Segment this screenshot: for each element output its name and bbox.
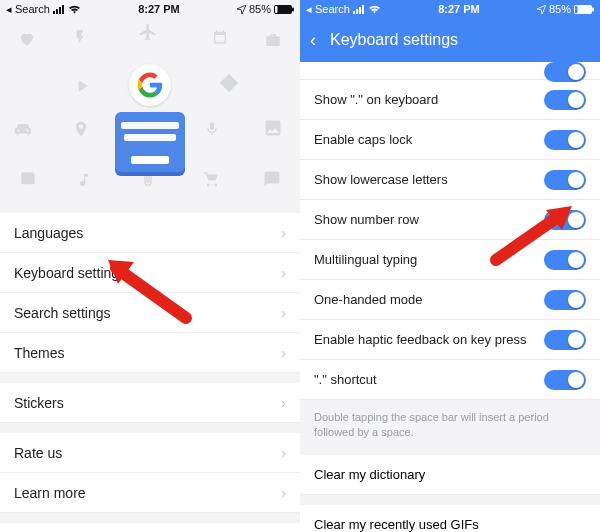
location-icon (537, 5, 546, 14)
heart-icon (18, 30, 36, 48)
clock: 8:27 PM (438, 3, 480, 15)
toggle-switch[interactable] (544, 290, 586, 310)
battery-icon (274, 5, 294, 14)
carrier-label: Search (315, 3, 350, 15)
row-label: Themes (14, 345, 65, 361)
car-icon (12, 118, 34, 140)
toggle-switch[interactable] (544, 330, 586, 350)
svg-rect-0 (53, 11, 55, 14)
svg-rect-3 (62, 5, 64, 14)
toggle-label: Show number row (314, 212, 419, 227)
toggle-multilingual[interactable]: Multilingual typing (300, 240, 600, 280)
mic-icon (204, 118, 220, 140)
play-icon (72, 76, 92, 96)
row-themes[interactable]: Themes› (0, 333, 300, 373)
clip-icon (140, 170, 156, 190)
menu-group-3: Rate us› Learn more› (0, 433, 300, 513)
action-label: Clear my recently used GIFs (314, 517, 479, 532)
row-languages[interactable]: Languages› (0, 213, 300, 253)
toggle-switch[interactable] (544, 250, 586, 270)
bolt-icon (72, 29, 88, 45)
partial-row (300, 62, 600, 80)
toggle-haptic[interactable]: Enable haptic feedback on key press (300, 320, 600, 360)
row-stickers[interactable]: Stickers› (0, 383, 300, 423)
menu-group-4: About› (0, 523, 300, 532)
row-label: Search settings (14, 305, 111, 321)
toggle-switch[interactable] (544, 210, 586, 230)
svg-rect-2 (59, 7, 61, 14)
row-learn-more[interactable]: Learn more› (0, 473, 300, 513)
row-keyboard-settings[interactable]: Keyboard settings› (0, 253, 300, 293)
chevron-right-icon: › (281, 445, 286, 461)
row-label: Rate us (14, 445, 62, 461)
spacer (300, 495, 600, 505)
clock: 8:27 PM (138, 3, 180, 15)
toggle-one-handed[interactable]: One-handed mode (300, 280, 600, 320)
menu-group-1: Languages› Keyboard settings› Search set… (0, 213, 300, 373)
back-to-search[interactable]: ◂ (306, 3, 312, 16)
svg-rect-9 (359, 7, 361, 14)
toggle-switch[interactable] (544, 130, 586, 150)
toggle-label: One-handed mode (314, 292, 422, 307)
svg-rect-13 (575, 6, 578, 13)
row-label: Stickers (14, 395, 64, 411)
chevron-right-icon: › (281, 485, 286, 501)
toggle-label: Enable haptic feedback on key press (314, 332, 526, 347)
toggle-switch[interactable] (544, 170, 586, 190)
toggle-label: Show "." on keyboard (314, 92, 438, 107)
battery-percent: 85% (549, 3, 571, 15)
signal-icon (353, 5, 365, 14)
keyboard-icon (115, 112, 185, 172)
gboard-hero (115, 64, 185, 172)
row-label: Languages (14, 225, 83, 241)
wallet-icon (18, 170, 38, 188)
calendar-icon (212, 29, 228, 45)
toggle-switch[interactable] (544, 90, 586, 110)
row-label: Learn more (14, 485, 86, 501)
chevron-right-icon: › (281, 265, 286, 281)
toggle-lowercase[interactable]: Show lowercase letters (300, 160, 600, 200)
svg-rect-12 (592, 7, 594, 11)
toggle-switch[interactable] (544, 370, 586, 390)
back-to-search[interactable]: ◂ (6, 3, 12, 16)
chevron-right-icon: › (281, 225, 286, 241)
right-screenshot: ◂ Search 8:27 PM 85% ‹ Keyboard settings… (300, 0, 600, 532)
svg-rect-10 (362, 5, 364, 14)
left-screenshot: ◂ Search 8:27 PM 85% (0, 0, 300, 532)
location-icon (237, 5, 246, 14)
plane-icon (138, 22, 158, 42)
row-search-settings[interactable]: Search settings› (0, 293, 300, 333)
toggle-switch[interactable] (544, 62, 586, 82)
header: ‹ Keyboard settings (300, 18, 600, 62)
image-icon (262, 118, 284, 138)
svg-rect-6 (275, 6, 278, 13)
row-rate-us[interactable]: Rate us› (0, 433, 300, 473)
status-bar: ◂ Search 8:27 PM 85% (300, 0, 600, 18)
toggle-caps-lock[interactable]: Enable caps lock (300, 120, 600, 160)
toggle-label: Multilingual typing (314, 252, 417, 267)
row-about[interactable]: About› (0, 523, 300, 532)
footer-note: Double tapping the space bar will insert… (300, 400, 600, 455)
action-clear-gifs[interactable]: Clear my recently used GIFs (300, 505, 600, 532)
status-bar: ◂ Search 8:27 PM 85% (0, 0, 300, 18)
google-g-icon (129, 64, 171, 106)
battery-percent: 85% (249, 3, 271, 15)
toggle-label: Show lowercase letters (314, 172, 448, 187)
toggle-show-period[interactable]: Show "." on keyboard (300, 80, 600, 120)
action-label: Clear my dictionary (314, 467, 425, 482)
toggle-number-row[interactable]: Show number row (300, 200, 600, 240)
work-icon (264, 31, 282, 49)
back-button[interactable]: ‹ (310, 30, 316, 51)
svg-rect-7 (353, 11, 355, 14)
tag-icon (218, 72, 240, 94)
menu-group-2: Stickers› (0, 383, 300, 423)
music-icon (76, 170, 92, 190)
carrier-label: Search (15, 3, 50, 15)
message-icon (262, 170, 282, 188)
toggle-period-shortcut[interactable]: "." shortcut (300, 360, 600, 400)
chevron-right-icon: › (281, 345, 286, 361)
chevron-right-icon: › (281, 395, 286, 411)
background-decoration (0, 18, 300, 203)
action-clear-dictionary[interactable]: Clear my dictionary (300, 455, 600, 495)
cart-icon (202, 170, 222, 188)
